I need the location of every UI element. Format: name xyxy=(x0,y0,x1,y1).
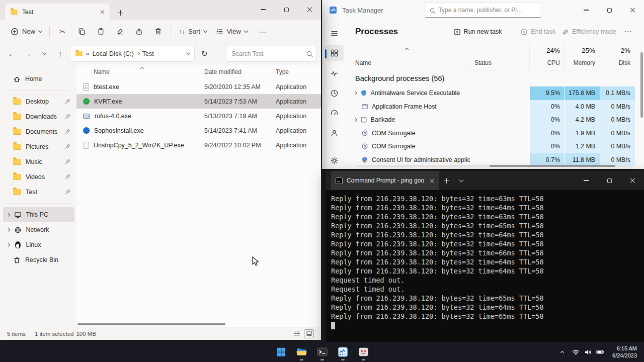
sidebar-item-desktop[interactable]: Desktop xyxy=(3,94,74,109)
run-new-task-button[interactable]: Run new task xyxy=(453,28,502,36)
icons-view-button[interactable] xyxy=(304,329,314,338)
refresh-button[interactable]: ↻ xyxy=(197,46,212,62)
chevron-right-icon[interactable] xyxy=(7,243,10,246)
process-row[interactable]: COM Surrogate 0% 1.9 MB 0 MB/s xyxy=(346,127,637,140)
process-row[interactable]: Antimalware Service Executable 9.5% 175.… xyxy=(346,86,637,100)
taskbar-terminal[interactable] xyxy=(312,342,333,362)
process-row[interactable]: Barikade 0% 4.2 MB 0 MB/s xyxy=(346,113,637,127)
address-box[interactable]: « Local Disk (C:) Test xyxy=(70,46,195,62)
sidebar-item-music[interactable]: Music xyxy=(3,154,74,169)
column-header-name[interactable]: Name xyxy=(76,68,201,75)
view-button[interactable]: View xyxy=(211,24,252,39)
settings-button[interactable] xyxy=(325,152,344,169)
horizontal-scrollbar[interactable] xyxy=(490,165,615,167)
minimize-button[interactable] xyxy=(575,0,598,20)
file-row[interactable]: rufus-4.0.exe 5/13/2023 7:19 AM Applicat… xyxy=(76,109,321,123)
rail-item-performance[interactable] xyxy=(325,65,344,81)
rail-item-users[interactable] xyxy=(325,125,344,141)
column-header-name[interactable]: Name xyxy=(346,43,470,70)
sidebar-item-pictures[interactable]: Pictures xyxy=(3,139,74,154)
sidebar-item-downloads[interactable]: Downloads xyxy=(3,109,74,124)
start-button[interactable] xyxy=(271,342,291,362)
rail-item-processes[interactable] xyxy=(325,45,344,62)
sort-button[interactable]: ↑↓ Sort xyxy=(174,24,211,39)
maximize-button[interactable] xyxy=(275,0,298,19)
more-options-button[interactable]: ⋯ xyxy=(622,27,634,36)
column-header-status[interactable]: Status xyxy=(470,43,529,70)
paste-button[interactable] xyxy=(91,23,110,40)
menu-button[interactable] xyxy=(325,25,344,42)
chevron-down-icon[interactable] xyxy=(186,51,190,55)
process-row[interactable]: Application Frame Host 0% 4.0 MB 0 MB/s xyxy=(346,100,637,114)
taskbar-clock[interactable]: 6:15 AM 6/24/2023 xyxy=(609,345,642,359)
terminal-tab[interactable]: Command Prompt - ping goo xyxy=(331,171,439,190)
taskbar-task-manager[interactable] xyxy=(333,342,353,362)
taskbar-file-explorer[interactable] xyxy=(291,342,312,362)
hidden-icons-button[interactable] xyxy=(557,344,567,360)
minimize-button[interactable] xyxy=(575,171,598,190)
column-header-disk[interactable]: 2% Disk xyxy=(600,43,635,70)
minimize-button[interactable] xyxy=(252,0,275,19)
sidebar-item-home[interactable]: Home xyxy=(3,71,74,86)
file-row[interactable]: SophosInstall.exe 5/14/2023 7:41 AM Appl… xyxy=(76,123,321,138)
breadcrumb-folder[interactable]: Test xyxy=(142,50,154,57)
search-input[interactable] xyxy=(231,50,307,57)
cut-button[interactable]: ✂ xyxy=(53,23,72,40)
file-row[interactable]: UnstopCpy_5_2_Win2K_UP.exe 9/24/2022 10:… xyxy=(76,138,321,152)
file-row[interactable]: btest.exe 5/20/2020 12:35 AM Application xyxy=(76,79,321,94)
new-button[interactable]: New xyxy=(6,24,46,39)
sidebar-item-documents[interactable]: Documents xyxy=(3,124,74,139)
new-tab-button[interactable] xyxy=(439,171,454,190)
end-task-button[interactable]: End task xyxy=(520,28,555,36)
close-button[interactable] xyxy=(298,0,321,19)
efficiency-mode-button[interactable]: Efficiency mode xyxy=(561,28,616,36)
share-button[interactable] xyxy=(129,23,148,40)
explorer-tab[interactable]: Test xyxy=(5,4,110,20)
rail-item-app-history[interactable] xyxy=(325,85,344,102)
sidebar-item-recycle-bin[interactable]: Recycle Bin xyxy=(3,252,74,267)
details-view-button[interactable] xyxy=(292,329,302,338)
rename-button[interactable] xyxy=(110,23,129,40)
vertical-scrollbar[interactable] xyxy=(640,52,643,118)
new-tab-button[interactable] xyxy=(113,5,128,20)
chevron-right-icon[interactable] xyxy=(7,228,10,231)
horizontal-scrollbar[interactable] xyxy=(77,323,225,325)
taskmanager-search-box[interactable] xyxy=(425,3,541,18)
sidebar-item-this-pc[interactable]: This PC xyxy=(3,207,74,222)
sidebar-item-network[interactable]: Network xyxy=(3,222,74,237)
column-header-cpu[interactable]: 24% CPU xyxy=(529,43,565,70)
chevron-right-icon[interactable] xyxy=(354,92,357,95)
maximize-button[interactable] xyxy=(598,0,621,20)
process-row[interactable]: COM Surrogate 0% 1.2 MB 0 MB/s xyxy=(346,140,637,153)
terminal-output[interactable]: Reply from 216.239.38.120: bytes=32 time… xyxy=(326,190,644,343)
search-box[interactable] xyxy=(226,46,317,62)
sidebar-item-linux[interactable]: Linux xyxy=(3,237,74,252)
recent-locations-button[interactable] xyxy=(36,46,51,62)
maximize-button[interactable] xyxy=(598,171,621,190)
chevron-right-icon[interactable] xyxy=(354,118,357,121)
tab-close-icon[interactable] xyxy=(430,178,434,183)
sidebar-item-test[interactable]: Test xyxy=(3,185,74,200)
column-header-memory[interactable]: 25% Memory xyxy=(565,43,600,70)
column-header-type[interactable]: Type xyxy=(273,68,321,75)
rail-item-startup-apps[interactable] xyxy=(325,105,344,121)
back-button[interactable]: ← xyxy=(4,46,19,62)
tray-status-area[interactable] xyxy=(568,344,608,360)
see-more-button[interactable]: ⋯ xyxy=(255,25,271,39)
breadcrumb-drive[interactable]: Local Disk (C:) xyxy=(93,50,134,57)
up-button[interactable]: ↑ xyxy=(53,46,68,62)
tab-close-icon[interactable] xyxy=(100,10,105,14)
forward-button[interactable]: → xyxy=(20,46,35,62)
taskmanager-search-input[interactable] xyxy=(438,7,536,14)
delete-button[interactable] xyxy=(148,23,168,40)
process-group-header[interactable]: Background processes (56) xyxy=(346,70,637,86)
copy-button[interactable] xyxy=(72,23,91,40)
close-button[interactable] xyxy=(621,0,644,20)
file-row-selected[interactable]: KVRT.exe 5/14/2023 7:53 AM Application xyxy=(76,94,321,109)
tab-dropdown-button[interactable] xyxy=(454,171,469,190)
sidebar-item-videos[interactable]: Videos xyxy=(3,169,74,185)
column-header-date-modified[interactable]: Date modified xyxy=(201,68,273,75)
chevron-right-icon[interactable] xyxy=(7,213,10,216)
crumb-overflow[interactable]: « xyxy=(86,50,90,57)
taskbar-app[interactable] xyxy=(353,342,374,362)
